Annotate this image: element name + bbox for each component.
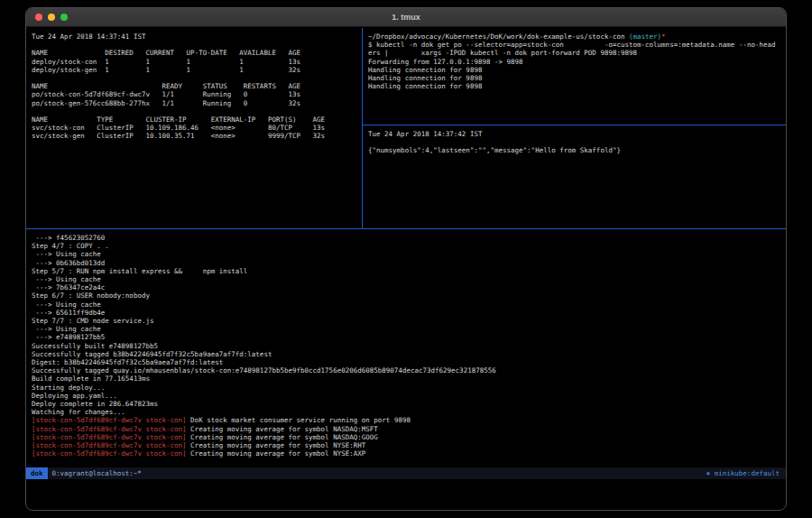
- tmux-window-tab[interactable]: 0:vagrant@localhost:~*: [52, 469, 142, 477]
- pod-log-line: [stock-con-5d7df689cf-dwc7v stock-con] C…: [32, 449, 780, 458]
- git-branch-label: (master): [629, 32, 661, 41]
- pane-skaffold-dev[interactable]: ---> f45623052760 Step 4/7 : COPY . . --…: [26, 229, 786, 467]
- git-dirty-flag: *: [661, 32, 666, 41]
- kube-context-icon: ⎈: [706, 469, 715, 477]
- pane-curl-output[interactable]: Tue 24 Apr 2018 14:37:42 IST {"numsymbol…: [363, 125, 786, 228]
- pod-log-prefix: [stock-con-5d7df689cf-dwc7v stock-con]: [32, 441, 187, 449]
- prompt-path: ~/Dropbox/advocacy/Kubernetes/DoK/work/d…: [368, 32, 629, 41]
- service-response-output: Tue 24 Apr 2018 14:37:42 IST {"numsymbol…: [368, 130, 780, 155]
- pod-log-message: Creating moving average for symbol NYSE:…: [187, 449, 366, 458]
- status-right: ⎈ minikube:default: [706, 469, 786, 477]
- pod-log-message: Creating moving average for symbol NASDA…: [187, 433, 378, 441]
- close-button[interactable]: [35, 14, 42, 21]
- tmux-status-bar: dok 0:vagrant@localhost:~* ⎈ minikube:de…: [26, 467, 786, 479]
- zoom-button[interactable]: [60, 14, 68, 21]
- tmux-terminal: Tue 24 Apr 2018 14:37:41 IST NAME DESIRE…: [26, 28, 786, 510]
- pod-log-prefix: [stock-con-5d7df689cf-dwc7v stock-con]: [32, 433, 187, 441]
- tmux-session-name: dok: [26, 467, 48, 479]
- window-titlebar[interactable]: 1. tmux: [26, 8, 786, 27]
- minimize-button[interactable]: [48, 14, 55, 21]
- skaffold-build-log: ---> f45623052760 Step 4/7 : COPY . . --…: [32, 234, 780, 416]
- pod-log-line: [stock-con-5d7df689cf-dwc7v stock-con] C…: [32, 433, 780, 441]
- kubectl-resources-output: Tue 24 Apr 2018 14:37:41 IST NAME DESIRE…: [32, 32, 356, 141]
- port-forward-output: $ kubectl -n dok get po --selector=app=s…: [368, 41, 780, 90]
- pod-log-line: [stock-con-5d7df689cf-dwc7v stock-con] D…: [32, 416, 780, 424]
- pod-log-line: [stock-con-5d7df689cf-dwc7v stock-con] C…: [32, 441, 780, 449]
- pod-log-prefix: [stock-con-5d7df689cf-dwc7v stock-con]: [32, 449, 187, 458]
- pod-log-message: DoK stock market consumer service runnin…: [187, 416, 411, 424]
- shell-prompt: ~/Dropbox/advocacy/Kubernetes/DoK/work/d…: [368, 32, 780, 41]
- pod-log-prefix: [stock-con-5d7df689cf-dwc7v stock-con]: [32, 416, 187, 424]
- traffic-lights: [35, 14, 68, 21]
- pod-log-line: [stock-con-5d7df689cf-dwc7v stock-con] C…: [32, 425, 780, 433]
- pod-log-message: Creating moving average for symbol NASDA…: [187, 425, 378, 433]
- pane-kubectl-watch[interactable]: Tue 24 Apr 2018 14:37:41 IST NAME DESIRE…: [26, 28, 362, 228]
- window-title: 1. tmux: [26, 13, 786, 22]
- terminal-window: 1. tmux Tue 24 Apr 2018 14:37:41 IST NAM…: [25, 7, 787, 511]
- kube-context-label: minikube:default: [715, 469, 780, 477]
- pod-log-message: Creating moving average for symbol NYSE:…: [187, 441, 366, 449]
- pod-log-prefix: [stock-con-5d7df689cf-dwc7v stock-con]: [32, 425, 187, 433]
- pane-port-forward[interactable]: ~/Dropbox/advocacy/Kubernetes/DoK/work/d…: [363, 28, 786, 125]
